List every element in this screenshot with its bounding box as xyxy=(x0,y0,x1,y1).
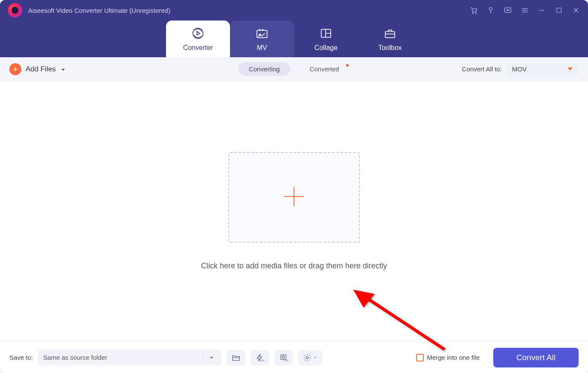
merge-checkbox[interactable]: Merge into one file xyxy=(416,354,480,361)
toolbox-icon xyxy=(383,26,397,41)
svg-point-5 xyxy=(507,10,508,11)
svg-point-24 xyxy=(306,356,309,358)
maximize-icon[interactable] xyxy=(555,6,563,15)
dropzone-text: Click here to add media files or drag th… xyxy=(201,261,387,270)
svg-rect-15 xyxy=(385,32,395,38)
svg-point-6 xyxy=(509,10,509,11)
gpu-accel-button[interactable]: OFF xyxy=(250,350,269,365)
svg-text:OFF: OFF xyxy=(284,359,288,362)
feedback-icon[interactable] xyxy=(504,6,512,15)
open-folder-button[interactable] xyxy=(227,350,245,365)
svg-point-2 xyxy=(489,7,492,10)
cart-icon[interactable] xyxy=(469,6,478,15)
tab-converter-label: Converter xyxy=(183,44,213,52)
svg-rect-7 xyxy=(557,8,562,13)
add-files-label: Add Files xyxy=(26,65,56,73)
svg-marker-16 xyxy=(61,69,64,70)
plus-large-icon xyxy=(281,184,307,211)
svg-marker-18 xyxy=(353,290,375,308)
collage-icon xyxy=(319,26,333,41)
chevron-down-icon xyxy=(203,351,220,364)
tab-toolbox-label: Toolbox xyxy=(378,44,402,52)
high-speed-button[interactable]: OFF xyxy=(274,350,293,365)
svg-marker-19 xyxy=(210,357,213,358)
convert-all-label: Convert All to: xyxy=(462,65,502,73)
svg-text:OFF: OFF xyxy=(260,359,265,362)
tab-converter[interactable]: Converter xyxy=(166,21,230,57)
merge-label: Merge into one file xyxy=(427,354,480,361)
tab-mv[interactable]: MV xyxy=(230,21,294,57)
menu-icon[interactable] xyxy=(521,6,529,15)
tab-toolbox[interactable]: Toolbox xyxy=(358,21,422,57)
svg-marker-25 xyxy=(314,357,317,358)
svg-point-8 xyxy=(193,28,203,38)
convert-all-button[interactable]: Convert All xyxy=(493,348,579,367)
add-files-button[interactable]: Add Files xyxy=(9,63,66,75)
tab-mv-label: MV xyxy=(257,44,267,52)
svg-marker-11 xyxy=(197,32,200,35)
app-logo xyxy=(8,3,22,18)
svg-point-0 xyxy=(472,12,474,13)
mv-icon xyxy=(255,26,269,41)
format-value: MOV xyxy=(512,65,527,73)
notification-dot-icon xyxy=(346,64,349,67)
minimize-icon[interactable] xyxy=(538,6,546,15)
save-folder-select[interactable]: Same as source folder xyxy=(38,350,221,366)
caret-down-icon xyxy=(568,68,573,70)
settings-button[interactable] xyxy=(298,350,322,365)
converted-tab[interactable]: Converted xyxy=(300,62,349,76)
close-icon[interactable] xyxy=(572,6,580,15)
app-title: Aiseesoft Video Converter Ultimate (Unre… xyxy=(28,7,170,14)
checkbox-icon xyxy=(416,354,424,361)
key-icon[interactable] xyxy=(486,6,495,15)
add-files-dropzone[interactable] xyxy=(228,152,360,243)
save-folder-value: Same as source folder xyxy=(43,354,107,361)
tab-collage[interactable]: Collage xyxy=(294,21,358,57)
tab-collage-label: Collage xyxy=(314,44,338,52)
converter-icon xyxy=(191,26,205,41)
plus-icon xyxy=(9,63,21,75)
svg-rect-21 xyxy=(281,355,286,359)
converting-tab[interactable]: Converting xyxy=(239,62,290,76)
svg-point-4 xyxy=(506,10,507,11)
format-select[interactable]: MOV xyxy=(506,63,579,75)
svg-point-22 xyxy=(282,356,285,358)
save-to-label: Save to: xyxy=(9,354,33,361)
chevron-down-icon xyxy=(60,66,66,72)
svg-point-1 xyxy=(475,12,477,13)
